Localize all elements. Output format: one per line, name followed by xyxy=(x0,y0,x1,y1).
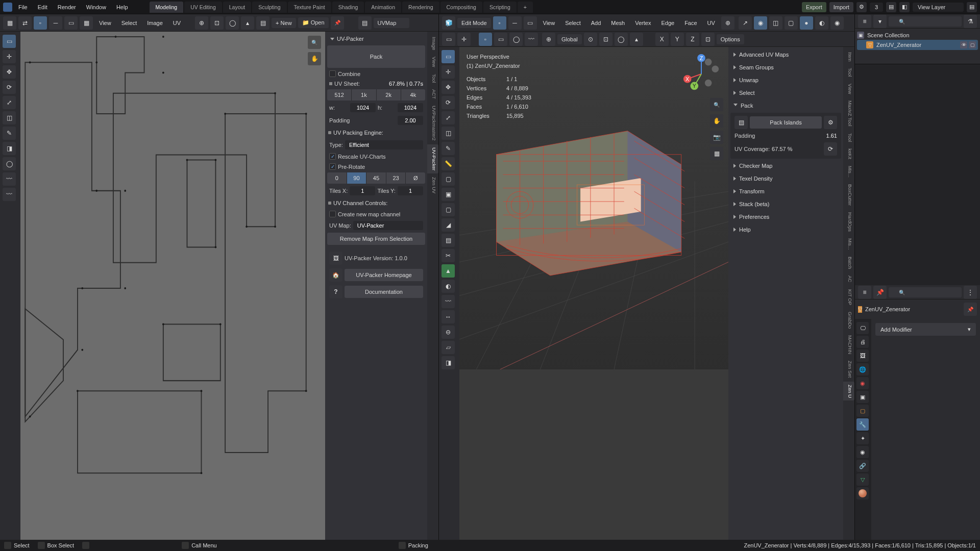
uv-tool-relax-icon[interactable]: 〰 xyxy=(3,172,16,186)
uv-ntab[interactable]: ACT xyxy=(427,86,438,102)
uv-snap-icon[interactable]: ⊡ xyxy=(210,16,224,30)
zen-section[interactable]: Select xyxy=(730,87,841,98)
padding-field[interactable]: 2.00 xyxy=(398,116,423,125)
zen-section[interactable]: Preferences xyxy=(730,211,841,222)
homepage-button[interactable]: UV-Packer Homepage xyxy=(345,269,423,281)
uv-sync-icon[interactable]: ⇄ xyxy=(18,16,32,30)
vp-menu-view[interactable]: View xyxy=(539,18,559,28)
scene-browse-icon[interactable]: ▤ xyxy=(886,2,896,12)
mode-dropdown[interactable]: Edit Mode xyxy=(457,18,491,28)
menu-file[interactable]: File xyxy=(14,2,32,12)
uvmap-name-field[interactable]: UVMap xyxy=(374,18,409,28)
workspace-tab[interactable]: Scripting xyxy=(483,2,517,13)
res-1k-button[interactable]: 1k xyxy=(352,89,376,101)
newchannel-checkbox[interactable] xyxy=(329,211,336,217)
zen-section[interactable]: Seam Groups xyxy=(730,62,841,73)
import-button[interactable]: Import xyxy=(829,2,853,12)
uv-ntab[interactable]: Zen UV xyxy=(427,174,438,196)
zen-section[interactable]: Unwrap xyxy=(730,74,841,86)
outliner-search[interactable] xyxy=(889,16,962,27)
propedit-icon[interactable]: ◯ xyxy=(615,33,628,46)
mirror-z-icon[interactable]: Z xyxy=(686,33,699,46)
vp-select-icon[interactable]: ▭ xyxy=(442,33,455,46)
workspace-tab[interactable]: Texture Paint xyxy=(288,2,331,13)
nav-camera-icon[interactable]: 📷 xyxy=(710,131,723,144)
tool-transform-icon[interactable]: ◫ xyxy=(442,127,455,140)
vp-tweak-icon[interactable]: ▫ xyxy=(479,33,492,46)
uv-menu-uv[interactable]: UV xyxy=(169,18,185,28)
zen-section[interactable]: Advanced UV Maps xyxy=(730,49,841,60)
export-button[interactable]: Export xyxy=(802,2,826,12)
vp-selcircle-icon[interactable]: ◯ xyxy=(509,33,523,46)
pin-icon[interactable] xyxy=(331,16,344,30)
uv-tool-cursor-icon[interactable]: ✛ xyxy=(3,50,16,63)
outliner-disable-icon[interactable]: ▢ xyxy=(969,41,976,48)
mirror-y-icon[interactable]: Y xyxy=(671,33,684,46)
uv-zoom-icon[interactable] xyxy=(308,36,321,49)
tool-edgeslide-icon[interactable]: ↔ xyxy=(442,310,455,323)
tool-addcube-icon[interactable]: ▢ xyxy=(442,172,455,186)
vp-ntab[interactable]: Zen U xyxy=(843,382,854,401)
uv-tool-grab-icon[interactable]: ◯ xyxy=(3,157,16,170)
nav-zoom-icon[interactable] xyxy=(710,98,723,111)
nav-gizmo[interactable]: X Y Z xyxy=(681,54,721,94)
nav-hand-icon[interactable]: ✋ xyxy=(710,114,723,128)
falloff-icon[interactable]: ▴ xyxy=(630,33,643,46)
vp-ntab[interactable]: Mis... xyxy=(843,235,854,253)
outliner-editor-icon[interactable]: ≡ xyxy=(858,15,871,28)
coverage-refresh-icon[interactable]: ⟳ xyxy=(824,142,837,156)
shading-material-icon[interactable]: ◐ xyxy=(815,16,828,30)
outliner-collection[interactable]: ▣Scene Collection xyxy=(857,31,978,40)
vp-ntab[interactable]: Tool xyxy=(843,65,854,80)
vp-ntab[interactable]: GrabDo xyxy=(843,309,854,332)
menu-render[interactable]: Render xyxy=(54,2,80,12)
gizmo-toggle-icon[interactable]: ↗ xyxy=(739,16,752,30)
uv-open-button[interactable]: 📁 Open xyxy=(298,17,329,28)
tool-shear-icon[interactable]: ▱ xyxy=(442,341,455,354)
uvmap-dropdown[interactable]: UV-Packer xyxy=(353,221,423,230)
uv-tool-move-icon[interactable]: ✥ xyxy=(3,65,16,79)
outliner-visibility-icon[interactable]: 👁 xyxy=(960,41,967,48)
workspace-add[interactable]: + xyxy=(518,2,533,13)
vp-selbox-icon[interactable]: ▭ xyxy=(494,33,507,46)
tool-inset-icon[interactable]: ▢ xyxy=(442,203,455,216)
orientation-dropdown[interactable]: Global xyxy=(557,34,582,44)
outliner-filter-icon[interactable]: ⚗ xyxy=(964,15,977,28)
vp-ntab[interactable]: AC xyxy=(843,272,854,285)
props-editor-icon[interactable]: ≡ xyxy=(858,286,871,299)
vp-menu-vertex[interactable]: Vertex xyxy=(631,18,655,28)
tool-extrude-icon[interactable]: ▣ xyxy=(442,188,455,201)
vp-menu-uv[interactable]: UV xyxy=(703,18,719,28)
snap-icon[interactable]: ⊡ xyxy=(599,33,612,46)
uv-tool-pinch-icon[interactable]: 〰 xyxy=(3,188,16,201)
vp-ntab[interactable]: View xyxy=(843,81,854,97)
zen-section[interactable]: Checker Map xyxy=(730,160,841,171)
tool-bevel-icon[interactable]: ◢ xyxy=(442,218,455,232)
uv-ntab[interactable]: View xyxy=(427,54,438,70)
proptab-material-icon[interactable] xyxy=(856,487,869,499)
vp-ntab[interactable]: HardOps xyxy=(843,209,854,235)
proptab-physics-icon[interactable]: ◉ xyxy=(856,446,869,458)
zen-section[interactable]: Transform xyxy=(730,186,841,197)
props-search[interactable] xyxy=(889,287,962,297)
combine-checkbox[interactable] xyxy=(329,70,336,77)
rot-45-button[interactable]: 45 xyxy=(366,172,386,184)
res-2k-button[interactable]: 2k xyxy=(377,89,401,101)
workspace-tab[interactable]: UV Editing xyxy=(184,2,222,13)
vp-menu-face[interactable]: Face xyxy=(680,18,701,28)
vp-ntab[interactable]: Tool xyxy=(843,130,854,145)
uv-ntab[interactable]: UV-Packer xyxy=(427,144,438,173)
image-browse-icon[interactable]: ▤ xyxy=(256,16,270,30)
menu-window[interactable]: Window xyxy=(82,2,110,12)
proptab-object-icon[interactable]: ▢ xyxy=(856,405,869,417)
automerge-icon[interactable]: ⊡ xyxy=(701,33,715,46)
uv-pivot-icon[interactable]: ⊕ xyxy=(195,16,208,30)
width-field[interactable]: 1024 xyxy=(350,103,376,112)
editor-type-3d-icon[interactable]: 🧊 xyxy=(442,16,455,30)
zen-padding-field[interactable]: 1.61 xyxy=(826,133,837,139)
props-obj-pin-icon[interactable] xyxy=(964,303,977,316)
workspace-tab[interactable]: Layout xyxy=(223,2,252,13)
tool-smooth-icon[interactable]: 〰 xyxy=(442,295,455,308)
shading-wireframe-icon[interactable]: ▢ xyxy=(785,16,798,30)
tilesx-field[interactable]: 1 xyxy=(350,186,375,195)
